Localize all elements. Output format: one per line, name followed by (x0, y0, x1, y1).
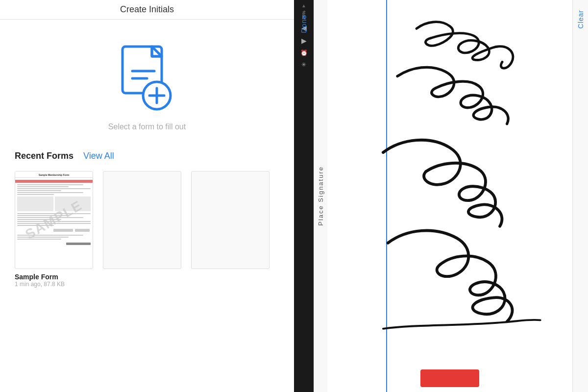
bluetooth-icon: ✳ (301, 61, 306, 68)
clear-button[interactable]: Clear (577, 10, 585, 28)
page-title: Create Initials (120, 4, 174, 15)
status-bar: ▲ 25% ◀ ▶ ⏰ ✳ Done (294, 0, 314, 392)
place-signature-label: Place Signature (317, 166, 324, 226)
red-action-button[interactable] (420, 369, 479, 387)
form-card-1[interactable]: Sample Membership Form (15, 171, 93, 288)
form-name-1: Sample Form (15, 273, 58, 281)
select-form-text: Select a form to fill out (108, 122, 186, 131)
main-content: Select a form to fill out Recent Forms V… (0, 20, 294, 392)
play-icon: ▶ (301, 37, 307, 45)
form-meta-1: 1 min ago, 87.8 KB (15, 281, 65, 288)
place-signature-panel: Place Signature (314, 0, 327, 392)
recent-forms-header: Recent Forms View All (0, 151, 294, 161)
form-thumbnail-1: Sample Membership Form (15, 171, 93, 269)
signature-area[interactable] (327, 0, 572, 392)
alarm-icon: ⏰ (300, 49, 308, 56)
right-panel[interactable] (327, 0, 572, 392)
document-add-icon (110, 39, 184, 113)
form-card-2[interactable] (103, 171, 181, 288)
done-button[interactable]: Done (300, 15, 308, 33)
form-card-3[interactable] (191, 171, 270, 288)
forms-grid: Sample Membership Form (0, 171, 294, 288)
recent-forms-label: Recent Forms (15, 151, 74, 161)
form-thumbnail-2 (103, 171, 181, 269)
signal-icon: ▲ (301, 3, 306, 8)
status-bar-top: ▲ 25% ◀ ▶ ⏰ ✳ (294, 0, 314, 71)
clear-button-panel: Clear (572, 0, 588, 392)
signature-drawing (327, 0, 572, 343)
doc-icon-wrapper (110, 39, 184, 113)
left-panel: Create Initials Select a form to f (0, 0, 294, 392)
header-bar: Create Initials (0, 0, 294, 20)
form-thumbnail-3 (191, 171, 270, 269)
view-all-link[interactable]: View All (83, 151, 114, 161)
